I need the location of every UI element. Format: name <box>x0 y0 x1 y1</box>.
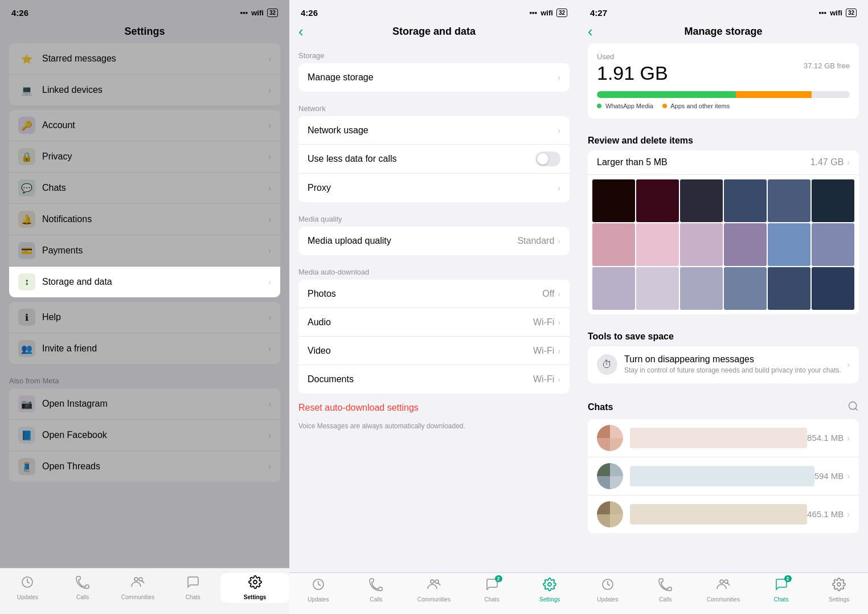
chat-storage-item-1[interactable]: 854.1 MB › <box>588 419 859 457</box>
storage-and-data-row[interactable]: ↕ Storage and data › <box>9 267 280 297</box>
tab-chats-p1[interactable]: Chats <box>165 575 220 600</box>
photos-row[interactable]: Photos Off › <box>298 280 570 308</box>
linked-devices-label: Linked devices <box>42 85 268 95</box>
account-row[interactable]: 🔑 Account › <box>9 110 280 141</box>
video-label: Video <box>308 346 533 356</box>
tab-calls-p1[interactable]: Calls <box>55 575 110 600</box>
linked-devices-row[interactable]: 💻 Linked devices › <box>9 75 280 105</box>
tab-updates-p1[interactable]: Updates <box>0 575 55 600</box>
signal-icon-p2: ▪▪▪ <box>529 9 537 17</box>
tab-calls-p2[interactable]: Calls <box>347 578 406 603</box>
account-icon: 🔑 <box>18 117 35 134</box>
open-instagram-row[interactable]: 📷 Open Instagram › <box>9 388 280 420</box>
calls-icon-p1 <box>76 575 89 592</box>
tab-communities-p1[interactable]: Communities <box>110 575 166 600</box>
updates-label-p2: Updates <box>308 596 329 603</box>
tab-communities-p3[interactable]: Communities <box>694 578 752 603</box>
reset-link[interactable]: Reset auto-download settings <box>298 403 419 412</box>
help-row[interactable]: ℹ Help › <box>9 302 280 333</box>
back-button-p3[interactable]: ‹ <box>588 23 593 40</box>
communities-icon-p1 <box>131 575 145 592</box>
tab-updates-p2[interactable]: Updates <box>289 578 347 603</box>
network-section-header: Network <box>289 96 579 116</box>
documents-row[interactable]: Documents Wi-Fi › <box>298 365 570 394</box>
tab-chats-p2[interactable]: 2 Chats <box>463 578 521 603</box>
status-bar-p3: 4:27 ▪▪▪ wifi 32 <box>579 0 868 21</box>
storage-section-header: Storage <box>289 43 579 63</box>
chat-storage-item-3[interactable]: 465.1 MB › <box>588 496 859 533</box>
starred-messages-row[interactable]: ⭐ Starred messages › <box>9 43 280 75</box>
media-thumb <box>592 223 635 266</box>
tab-calls-p3[interactable]: Calls <box>637 578 695 603</box>
svg-point-1 <box>134 578 138 581</box>
open-threads-row[interactable]: 🧵 Open Threads › <box>9 451 280 482</box>
main-items-card: 🔑 Account › 🔒 Privacy › 💬 Chats › 🔔 Noti… <box>9 110 280 297</box>
manage-storage-row[interactable]: Manage storage › <box>298 63 570 92</box>
video-row[interactable]: Video Wi-Fi › <box>298 337 570 365</box>
larger-than-row[interactable]: Larger than 5 MB 1.47 GB › <box>588 150 859 175</box>
tab-updates-p3[interactable]: Updates <box>579 578 637 603</box>
payments-row[interactable]: 💳 Payments › <box>9 235 280 267</box>
status-icons-p2: ▪▪▪ wifi 32 <box>529 9 567 17</box>
use-less-data-label: Use less data for calls <box>308 154 535 164</box>
media-thumb <box>812 179 854 222</box>
chat-storage-list: 854.1 MB › 594 MB › <box>588 419 859 533</box>
calls-label-p1: Calls <box>76 594 89 600</box>
media-thumb <box>680 223 723 266</box>
video-value: Wi-Fi <box>533 346 554 356</box>
media-thumb <box>724 267 767 310</box>
chats-row[interactable]: 💬 Chats › <box>9 173 280 204</box>
tab-settings-p3[interactable]: Settings <box>810 578 868 603</box>
whatsapp-legend-label: WhatsApp Media <box>605 103 653 109</box>
audio-row[interactable]: Audio Wi-Fi › <box>298 308 570 337</box>
whatsapp-legend-dot <box>597 104 601 108</box>
privacy-row[interactable]: 🔒 Privacy › <box>9 141 280 173</box>
media-thumb <box>768 267 810 310</box>
network-usage-row[interactable]: Network usage › <box>298 116 570 145</box>
battery-icon-p2: 32 <box>556 9 567 17</box>
larger-than-value: 1.47 GB <box>810 157 844 167</box>
svg-point-7 <box>548 583 551 586</box>
chats-icon-p3: 2 <box>775 578 788 595</box>
open-facebook-row[interactable]: 📘 Open Facebook › <box>9 420 280 451</box>
disappearing-messages-card[interactable]: ⏱ Turn on disappearing messages Stay in … <box>588 346 859 383</box>
larger-than-card: Larger than 5 MB 1.47 GB › <box>588 150 859 314</box>
media-thumb <box>724 179 767 222</box>
chat-storage-item-2[interactable]: 594 MB › <box>588 457 859 496</box>
storage-label: Storage and data <box>42 277 268 287</box>
chat-size-3: 465.1 MB <box>807 509 844 519</box>
tab-settings-p2[interactable]: Settings <box>521 578 579 603</box>
invite-label: Invite a friend <box>42 343 268 354</box>
help-items-card: ℹ Help › 👥 Invite a friend › <box>9 302 280 364</box>
status-time-p3: 4:27 <box>590 8 607 18</box>
tab-bar-p3: Updates Calls Communities 2 <box>579 572 868 614</box>
status-time-p1: 4:26 <box>11 8 28 18</box>
storage-usage-card: Used 1.91 GB 37.12 GB free WhatsApp Medi… <box>588 43 859 118</box>
status-icons-p3: ▪▪▪ wifi 32 <box>818 9 857 17</box>
tools-section-header: Tools to save space <box>588 331 674 341</box>
privacy-label: Privacy <box>42 152 268 162</box>
notifications-row[interactable]: 🔔 Notifications › <box>9 204 280 235</box>
photos-value: Off <box>542 289 554 299</box>
media-auto-card: Photos Off › Audio Wi-Fi › Video Wi-Fi ›… <box>298 280 570 394</box>
tab-chats-p3[interactable]: 2 Chats <box>752 578 810 603</box>
media-thumb <box>768 223 810 266</box>
use-less-data-row[interactable]: Use less data for calls <box>298 145 570 174</box>
notifications-label: Notifications <box>42 214 268 224</box>
back-button-p2[interactable]: ‹ <box>298 23 304 40</box>
linked-devices-icon: 💻 <box>18 81 35 99</box>
media-upload-quality-row[interactable]: Media upload quality Standard › <box>298 227 570 255</box>
invite-friend-row[interactable]: 👥 Invite a friend › <box>9 333 280 364</box>
chats-search-icon[interactable] <box>847 400 859 415</box>
chats-section-header-container: Chats <box>579 392 868 419</box>
proxy-row[interactable]: Proxy › <box>298 174 570 202</box>
wifi-icon-p2: wifi <box>541 9 553 17</box>
tab-settings-p1[interactable]: Settings <box>220 573 289 603</box>
settings-tab-label-p1: Settings <box>244 594 266 600</box>
storage-used-size: 1.91 GB <box>597 62 668 84</box>
battery-icon: 32 <box>267 9 278 17</box>
documents-value: Wi-Fi <box>533 374 554 384</box>
chat-name-blur-2 <box>630 466 814 486</box>
tab-communities-p2[interactable]: Communities <box>405 578 463 603</box>
use-less-data-toggle[interactable] <box>535 152 560 166</box>
